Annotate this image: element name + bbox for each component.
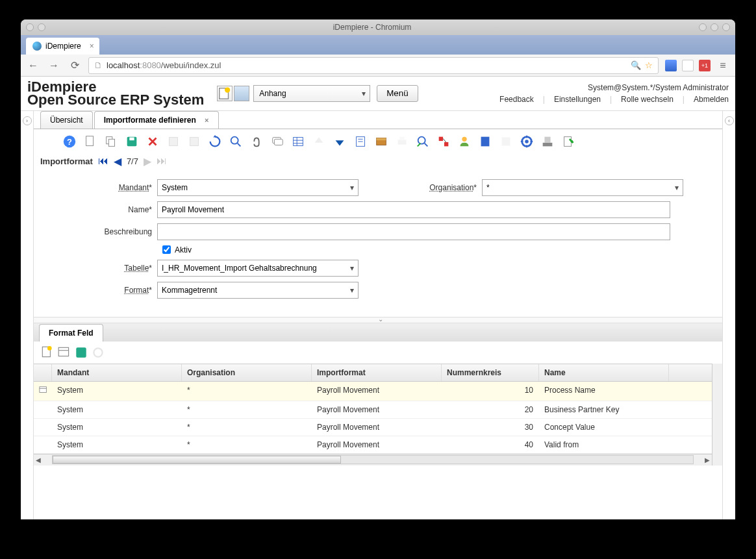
field-format[interactable]: Kommagetrennt xyxy=(157,282,359,299)
expand-right-button[interactable]: ‹ xyxy=(725,116,734,125)
attachment-label: Anhang xyxy=(259,89,286,98)
tab-overview[interactable]: Übersicht xyxy=(40,111,93,129)
svg-rect-15 xyxy=(294,137,303,145)
delete-icon[interactable] xyxy=(144,133,161,150)
bookmark-icon[interactable]: ☆ xyxy=(645,60,653,70)
extension-translate-icon[interactable] xyxy=(665,60,677,71)
link-feedback[interactable]: Feedback xyxy=(499,95,534,104)
expand-left-button[interactable]: › xyxy=(23,116,32,125)
new-icon[interactable] xyxy=(82,133,99,150)
minimize-icon[interactable] xyxy=(699,23,707,31)
new-doc-icon[interactable] xyxy=(217,86,233,101)
next-record-icon[interactable]: ▶ xyxy=(144,155,151,168)
process-icon[interactable] xyxy=(518,133,535,150)
svg-rect-36 xyxy=(543,142,553,146)
product-info-icon[interactable] xyxy=(477,133,494,150)
col-name[interactable]: Name xyxy=(539,364,669,381)
field-mandant[interactable]: System xyxy=(157,179,359,196)
sub-edit-icon[interactable] xyxy=(57,345,71,360)
field-name[interactable]: Payroll Movement xyxy=(157,201,670,218)
forward-button[interactable]: → xyxy=(47,58,61,73)
refresh-icon[interactable] xyxy=(207,133,223,150)
app-menu-icon[interactable] xyxy=(26,23,34,31)
svg-rect-41 xyxy=(58,347,68,356)
prev-record-icon[interactable]: ◀ xyxy=(114,155,121,168)
label-active: Aktiv xyxy=(175,245,192,255)
sub-save-icon[interactable] xyxy=(74,345,88,360)
chat-icon[interactable] xyxy=(269,133,286,150)
import-file-icon[interactable] xyxy=(560,133,577,150)
sub-process-icon[interactable] xyxy=(91,345,105,360)
svg-rect-33 xyxy=(502,137,510,145)
cell-organisation: * xyxy=(182,382,312,401)
zoom-across-icon[interactable] xyxy=(414,133,431,150)
svg-point-31 xyxy=(462,136,466,141)
link-logout[interactable]: Abmelden xyxy=(694,95,729,104)
extension-icon-2[interactable] xyxy=(682,60,694,71)
request-icon[interactable] xyxy=(456,133,473,150)
subtab-format-field[interactable]: Format Feld xyxy=(39,324,103,342)
back-button[interactable]: ← xyxy=(26,58,40,73)
print-icon[interactable] xyxy=(394,133,410,150)
close-window-icon[interactable] xyxy=(722,23,730,31)
svg-rect-14 xyxy=(274,139,283,145)
first-record-icon[interactable]: ⏮ xyxy=(98,155,108,167)
tab-close-icon[interactable]: × xyxy=(205,116,208,124)
field-table[interactable]: I_HR_Movement_Import Gehaltsabrechnung xyxy=(157,260,359,277)
parent-up-icon[interactable] xyxy=(310,133,327,150)
browser-menu-icon[interactable]: ≡ xyxy=(716,58,730,73)
table-row[interactable]: System*Payroll Movement40Valid from xyxy=(34,436,712,454)
grid-toggle-icon[interactable] xyxy=(290,133,307,150)
detail-down-icon[interactable] xyxy=(331,133,348,150)
help-icon[interactable]: ? xyxy=(61,133,78,150)
reload-button[interactable]: ⟳ xyxy=(68,58,82,73)
last-record-icon[interactable]: ⏭ xyxy=(157,155,167,167)
record-position: 7/7 xyxy=(127,156,138,166)
col-importformat[interactable]: Importformat xyxy=(312,364,442,381)
svg-rect-29 xyxy=(444,142,448,146)
col-mandant[interactable]: Mandant xyxy=(52,364,182,381)
horizontal-scrollbar[interactable]: ◀ ▶ xyxy=(34,454,712,466)
extension-gplus-icon[interactable]: +1 xyxy=(699,60,711,71)
tab-close-icon[interactable]: × xyxy=(90,42,94,51)
calendar-icon[interactable] xyxy=(234,86,249,101)
table-row[interactable]: System*Payroll Movement10Process Name xyxy=(34,382,712,401)
row-indicator-icon xyxy=(34,382,52,401)
col-organisation[interactable]: Organisation xyxy=(182,364,312,381)
link-role[interactable]: Rolle wechseln xyxy=(621,95,674,104)
svg-rect-45 xyxy=(40,386,47,392)
attachment-select[interactable]: Anhang xyxy=(253,85,370,102)
address-bar[interactable]: 🗋 localhost:8080/webui/index.zul 🔍 ☆ xyxy=(88,57,659,74)
app-pin-icon[interactable] xyxy=(38,23,45,31)
find-icon[interactable] xyxy=(227,133,244,150)
maximize-icon[interactable] xyxy=(711,23,718,31)
vertical-scrollbar[interactable] xyxy=(712,364,722,466)
url-host: localhost xyxy=(107,60,140,70)
attachment-icon[interactable] xyxy=(248,133,265,150)
tab-define-import-formats[interactable]: Importformate definieren × xyxy=(94,111,219,129)
field-organisation[interactable]: * xyxy=(482,179,683,196)
table-row[interactable]: System*Payroll Movement20Business Partne… xyxy=(34,401,712,419)
report-icon[interactable] xyxy=(352,133,369,150)
record-title: Importformat xyxy=(40,156,93,166)
archive-icon[interactable] xyxy=(373,133,390,150)
zoom-icon[interactable]: 🔍 xyxy=(631,60,641,70)
svg-rect-32 xyxy=(481,136,490,146)
table-row[interactable]: System*Payroll Movement30Concept Value xyxy=(34,419,712,436)
label-name: Name xyxy=(60,205,157,214)
export-icon[interactable] xyxy=(539,133,556,150)
field-description[interactable] xyxy=(157,223,670,240)
sub-new-icon[interactable] xyxy=(40,345,55,360)
splitter[interactable] xyxy=(34,317,722,323)
workflow-icon[interactable] xyxy=(435,133,452,150)
undo-icon[interactable] xyxy=(165,133,182,150)
cell-organisation: * xyxy=(182,419,312,436)
save-icon[interactable] xyxy=(123,133,140,150)
browser-tab[interactable]: iDempiere × xyxy=(26,38,99,55)
ignore-icon[interactable] xyxy=(186,133,203,150)
copy-icon[interactable] xyxy=(103,133,120,150)
checkbox-active[interactable] xyxy=(162,245,171,254)
menu-button[interactable]: Menü xyxy=(377,85,418,102)
col-nummernkreis[interactable]: Nummernkreis xyxy=(442,364,539,381)
link-settings[interactable]: Einstellungen xyxy=(554,95,601,104)
